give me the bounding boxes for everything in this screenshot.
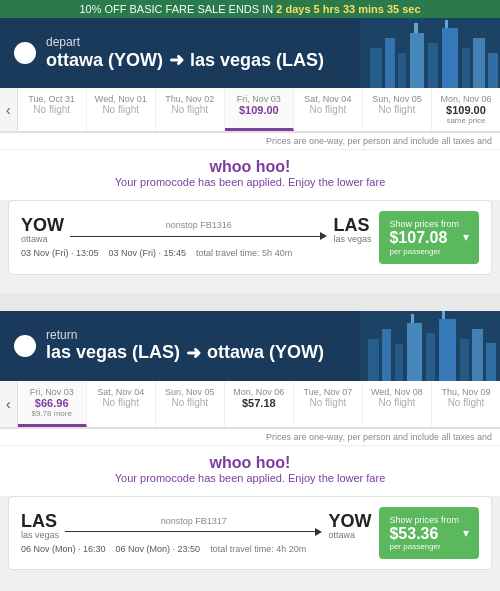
depart-dest-city: las vegas — [333, 234, 371, 244]
depart-prev-date-button[interactable]: ‹ — [0, 88, 18, 131]
return-date-nov07[interactable]: Tue, Nov 07 No flight — [294, 381, 363, 427]
return-origin-block: LAS las vegas — [21, 512, 59, 540]
depart-origin-code: YOW — [21, 216, 64, 234]
date-price: $109.00 — [434, 104, 498, 116]
date-day-label: Wed, Nov 01 — [89, 94, 153, 104]
depart-flight-dates: 03 Nov (Fri) · 13:05 03 Nov (Fri) · 15:4… — [21, 248, 371, 258]
svg-rect-1 — [370, 48, 382, 88]
depart-date-cells: Tue, Oct 31 No flight Wed, Nov 01 No fli… — [18, 88, 500, 131]
return-prev-date-button[interactable]: ‹ — [0, 381, 18, 427]
return-date-cells: Fri, Nov 03 $66.96 $9.78 more Sat, Nov 0… — [18, 381, 500, 427]
depart-flight-card-wrapper: YOW ottawa nonstop FB1316 LAS las vegas — [0, 200, 500, 293]
depart-promo-section: whoo hoo! Your promocode has been applie… — [0, 150, 500, 200]
return-promo-title: whoo hoo! — [10, 454, 490, 472]
depart-date-nov06[interactable]: Mon, Nov 06 $109.00 same price — [432, 88, 500, 131]
depart-date-oct31[interactable]: Tue, Oct 31 No flight — [18, 88, 87, 131]
depart-icon — [14, 42, 36, 64]
return-header: return las vegas (LAS) ➜ ottawa (YOW) — [0, 311, 500, 381]
depart-price-value: $107.08 — [389, 229, 459, 247]
chevron-down-icon: ▾ — [463, 526, 469, 540]
svg-rect-9 — [488, 53, 498, 88]
svg-rect-14 — [382, 329, 391, 381]
depart-origin: ottawa (YOW) — [46, 50, 163, 71]
depart-origin-city: ottawa — [21, 234, 64, 244]
svg-rect-10 — [414, 23, 418, 33]
depart-date-nov01[interactable]: Wed, Nov 01 No flight — [87, 88, 156, 131]
date-no-flight: No flight — [158, 397, 222, 408]
svg-rect-7 — [462, 48, 470, 88]
return-date-nov09[interactable]: Thu, Nov 09 No flight — [432, 381, 500, 427]
return-prices-note: Prices are one-way, per person and inclu… — [0, 429, 500, 446]
depart-date-nov04[interactable]: Sat, Nov 04 No flight — [294, 88, 363, 131]
date-day-label: Fri, Nov 03 — [227, 94, 291, 104]
depart-date-nov03[interactable]: Fri, Nov 03 $109.00 — [225, 88, 294, 131]
depart-date-bar: ‹ Tue, Oct 31 No flight Wed, Nov 01 No f… — [0, 88, 500, 133]
banner-text: 10% OFF BASIC FARE SALE ENDS IN — [79, 3, 276, 15]
return-date-nov06[interactable]: Mon, Nov 06 $57.18 — [225, 381, 294, 427]
return-flight-number: nonstop FB1317 — [161, 516, 227, 526]
date-day-label: Tue, Nov 07 — [296, 387, 360, 397]
return-from-label: Show prices from — [389, 515, 459, 525]
return-date-nov05[interactable]: Sun, Nov 05 No flight — [156, 381, 225, 427]
date-no-flight: No flight — [158, 104, 222, 115]
return-arrive-time: 06 Nov (Mon) · 23:50 — [116, 544, 201, 554]
date-day-label: Sat, Nov 04 — [89, 387, 153, 397]
svg-rect-18 — [439, 319, 456, 381]
countdown-text: 2 days 5 hrs 33 mins 35 sec — [276, 3, 420, 15]
svg-rect-20 — [472, 329, 483, 381]
return-origin-code: LAS — [21, 512, 59, 530]
return-date-time: 06 Nov (Mon) · 16:30 — [21, 544, 106, 554]
depart-date-time: 03 Nov (Fri) · 13:05 — [21, 248, 99, 258]
return-per-pax: per passenger — [389, 542, 459, 551]
depart-travel-time: total travel time: 5h 40m — [196, 248, 292, 258]
date-day-label: Sun, Nov 05 — [158, 387, 222, 397]
return-promo-subtitle: Your promocode has been applied. Enjoy t… — [10, 472, 490, 484]
depart-show-prices-button[interactable]: Show prices from $107.08 per passenger ▾ — [379, 211, 479, 264]
date-day-label: Sat, Nov 04 — [296, 94, 360, 104]
depart-arrive-time: 03 Nov (Fri) · 15:45 — [109, 248, 187, 258]
city-illustration-depart — [360, 18, 500, 88]
depart-promo-subtitle: Your promocode has been applied. Enjoy t… — [10, 176, 490, 188]
date-no-flight: No flight — [296, 397, 360, 408]
date-no-flight: No flight — [89, 397, 153, 408]
depart-dest-code: LAS — [333, 216, 371, 234]
return-arrow-line — [65, 528, 322, 536]
date-day-label: Mon, Nov 06 — [434, 94, 498, 104]
depart-arrow-icon: ➜ — [169, 49, 184, 71]
svg-rect-8 — [473, 38, 485, 88]
return-promo-section: whoo hoo! Your promocode has been applie… — [0, 446, 500, 496]
svg-rect-23 — [442, 311, 445, 319]
city-illustration-return — [360, 311, 500, 381]
return-origin-city: las vegas — [21, 530, 59, 540]
return-arrow-icon: ➜ — [186, 342, 201, 364]
depart-flight-info: YOW ottawa nonstop FB1316 LAS las vegas — [21, 216, 371, 258]
svg-rect-21 — [486, 343, 496, 381]
depart-date-nov02[interactable]: Thu, Nov 02 No flight — [156, 88, 225, 131]
depart-flight-card: YOW ottawa nonstop FB1316 LAS las vegas — [8, 200, 492, 275]
return-show-prices-button[interactable]: Show prices from $53.36 per passenger ▾ — [379, 507, 479, 560]
date-day-label: Thu, Nov 09 — [434, 387, 498, 397]
return-date-nov08[interactable]: Wed, Nov 08 No flight — [363, 381, 432, 427]
return-flight-card: LAS las vegas nonstop FB1317 YOW ottawa — [8, 496, 492, 571]
return-dest-city: ottawa — [328, 530, 371, 540]
date-price: $109.00 — [227, 104, 291, 116]
depart-header: depart ottawa (YOW) ➜ las vegas (LAS) — [0, 18, 500, 88]
return-flight-endpoints: LAS las vegas nonstop FB1317 YOW ottawa — [21, 512, 371, 540]
return-icon — [14, 335, 36, 357]
depart-dest-block: LAS las vegas — [333, 216, 371, 244]
section-gap — [0, 293, 500, 311]
return-date-nov03[interactable]: Fri, Nov 03 $66.96 $9.78 more — [18, 381, 87, 427]
depart-per-pax: per passenger — [389, 247, 459, 256]
depart-date-nov05[interactable]: Sun, Nov 05 No flight — [363, 88, 432, 131]
return-date-nov04[interactable]: Sat, Nov 04 No flight — [87, 381, 156, 427]
svg-rect-22 — [411, 314, 414, 323]
return-dest: ottawa (YOW) — [207, 342, 324, 363]
sale-banner: 10% OFF BASIC FARE SALE ENDS IN 2 days 5… — [0, 0, 500, 18]
date-day-label: Sun, Nov 05 — [365, 94, 429, 104]
depart-dest: las vegas (LAS) — [190, 50, 324, 71]
depart-price-btn-text: Show prices from $107.08 per passenger — [389, 219, 459, 256]
depart-prices-note: Prices are one-way, per person and inclu… — [0, 133, 500, 150]
date-same-price: same price — [434, 116, 498, 125]
return-dest-block: YOW ottawa — [328, 512, 371, 540]
return-price-value: $53.36 — [389, 525, 459, 543]
